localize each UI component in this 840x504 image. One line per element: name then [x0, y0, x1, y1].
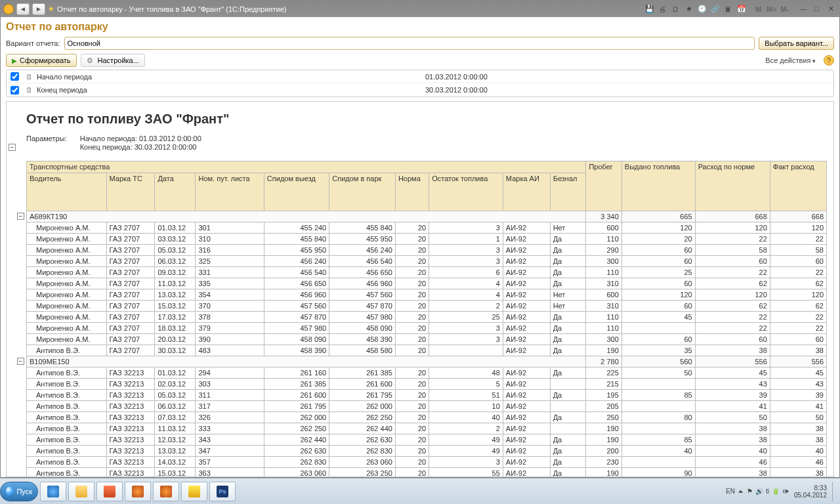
col-vehicle-make: Марка ТС: [106, 173, 155, 211]
table-row[interactable]: Мироненко А.М.ГАЗ 270711.03.12335456 650…: [27, 278, 827, 289]
choose-variant-button[interactable]: Выбрать вариант...: [759, 37, 834, 50]
col-issued: Выдано топлива: [621, 161, 695, 211]
report-viewport[interactable]: − Отчет по топливу ЗАО "Франт" Параметры…: [7, 102, 833, 476]
favorite-star-icon[interactable]: ★: [48, 5, 54, 13]
tray-battery-icon[interactable]: 🔋: [772, 488, 780, 495]
table-row[interactable]: Мироненко А.М.ГАЗ 270706.03.12325456 240…: [27, 256, 827, 267]
tray-sound-icon[interactable]: 🕪: [782, 488, 789, 495]
app-1c-icon: [3, 4, 14, 14]
show-desktop-button[interactable]: [832, 482, 837, 501]
preview-icon[interactable]: 🗋: [670, 5, 682, 14]
table-row[interactable]: Мироненко А.М.ГАЗ 270718.03.12379457 980…: [27, 323, 827, 334]
col-fuel-rest: Остаток топлива: [429, 173, 503, 211]
windows-taskbar: Пуск Ps EN ⏶ ⚑ 🔊 ti 🔋 🕪 8:33 05.04.2012: [0, 478, 840, 504]
minimize-button[interactable]: —: [797, 4, 809, 13]
table-row[interactable]: Антипов В.Э.ГАЗ 3221301.03.12294261 1602…: [27, 368, 827, 379]
table-row[interactable]: Антипов В.Э.ГАЗ 3221314.03.12357262 8302…: [27, 457, 827, 468]
group-row[interactable]: В109МЕ1502 780560556556: [27, 356, 827, 368]
history-icon[interactable]: 🕘: [696, 5, 708, 14]
mem-mminus-button[interactable]: M-: [779, 5, 791, 14]
table-row[interactable]: Антипов В.Э.ГАЗ 3221306.03.12317261 7952…: [27, 401, 827, 412]
col-date: Дата: [155, 173, 196, 211]
period-start-check[interactable]: [10, 72, 19, 81]
group-toggle[interactable]: −: [17, 358, 24, 365]
calendar-icon[interactable]: 📅: [736, 5, 747, 14]
table-row[interactable]: Мироненко А.М.ГАЗ 270717.03.12378457 870…: [27, 312, 827, 323]
table-row[interactable]: Мироненко А.М.ГАЗ 270709.03.12331456 540…: [27, 267, 827, 278]
col-mileage: Пробег: [586, 161, 621, 211]
table-row[interactable]: Мироненко А.М.ГАЗ 270705.03.12316455 950…: [27, 245, 827, 256]
period-start-label: Начало периода: [35, 73, 423, 81]
mem-mplus-button[interactable]: M+: [766, 5, 778, 14]
period-start-value[interactable]: 01.03.2012 0:00:00: [423, 73, 833, 81]
table-row[interactable]: Антипов В.Э.ГАЗ 270730.03.12483458 39045…: [27, 345, 827, 356]
table-row[interactable]: Мироненко А.М.ГАЗ 270720.03.12390458 090…: [27, 334, 827, 345]
task-app2[interactable]: [181, 482, 207, 501]
restore-button[interactable]: □: [811, 4, 823, 13]
favorites-icon[interactable]: ★: [683, 5, 695, 14]
table-row[interactable]: Антипов В.Э.ГАЗ 3221312.03.12343262 4402…: [27, 434, 827, 446]
group-toggle[interactable]: −: [17, 213, 24, 220]
report-params-values: Начало периода: 01.03.2012 0:00:00 Конец…: [80, 135, 201, 152]
period-end-check[interactable]: [10, 86, 19, 94]
variant-label: Вариант отчета:: [6, 39, 60, 47]
windows-orb-icon: [6, 486, 14, 497]
col-driver: Водитель: [27, 173, 107, 211]
window-titlebar: ◄ ► ★ Отчет по автопарку - Учет топлива …: [1, 1, 839, 17]
task-photoshop[interactable]: Ps: [209, 482, 236, 501]
nav-forward-button[interactable]: ►: [32, 3, 45, 15]
table-row[interactable]: Антипов В.Э.ГАЗ 3221307.03.12326262 0002…: [27, 412, 827, 423]
task-ie[interactable]: [40, 482, 66, 501]
col-odo-out: Спидом выезд: [264, 173, 329, 211]
print-icon[interactable]: 🖨: [657, 5, 669, 14]
table-row[interactable]: Мироненко А.М.ГАЗ 270703.03.12310455 840…: [27, 234, 827, 245]
links-icon[interactable]: 🔗: [709, 5, 721, 14]
calendar-icon: 🗓: [22, 86, 35, 94]
close-button[interactable]: ✕: [825, 5, 837, 14]
help-icon[interactable]: ?: [824, 55, 834, 66]
mem-m-button[interactable]: M: [753, 5, 765, 14]
table-row[interactable]: Антипов В.Э.ГАЗ 3221313.03.12347262 6302…: [27, 446, 827, 457]
col-actual-cons: Факт расход: [770, 161, 826, 211]
calculator-icon[interactable]: 🖩: [723, 5, 734, 14]
table-row[interactable]: Антипов В.Э.ГАЗ 3221302.03.12303261 3852…: [27, 379, 827, 390]
col-group-header: Транспортные средства: [27, 161, 586, 173]
lang-indicator[interactable]: EN: [726, 488, 735, 495]
taskbar-clock[interactable]: 8:33 05.04.2012: [791, 484, 830, 499]
report-title: Отчет по топливу ЗАО "Франт": [26, 112, 827, 127]
start-button[interactable]: Пуск: [0, 482, 38, 501]
tray-expand-icon[interactable]: ⏶: [738, 488, 744, 495]
task-app1[interactable]: [96, 482, 123, 501]
tray-network-icon[interactable]: 🔊: [755, 488, 763, 495]
tray-notify-icon[interactable]: ti: [766, 488, 769, 495]
period-end-label: Конец периода: [35, 86, 423, 94]
save-icon[interactable]: 💾: [644, 5, 656, 14]
group-row[interactable]: А689КТ1903 340665668668: [27, 211, 827, 222]
col-norm-cons: Расход по норме: [695, 161, 770, 211]
nav-back-button[interactable]: ◄: [16, 3, 30, 15]
run-report-button[interactable]: Сформировать: [6, 54, 77, 67]
table-row[interactable]: Мироненко А.М.ГАЗ 270701.03.12301455 240…: [27, 222, 827, 234]
table-row[interactable]: Антипов В.Э.ГАЗ 3221315.03.12363263 0602…: [27, 468, 827, 477]
tray-flag-icon[interactable]: ⚑: [747, 488, 753, 495]
outline-collapse-all[interactable]: −: [9, 144, 16, 151]
all-actions-menu[interactable]: Все действия: [765, 56, 816, 64]
task-firefox2[interactable]: [153, 482, 179, 501]
col-fuel-grade: Марка АИ: [503, 173, 550, 211]
period-end-value[interactable]: 30.03.2012 0:00:00: [423, 86, 833, 94]
calendar-icon: 🗓: [22, 73, 35, 81]
table-row[interactable]: Мироненко А.М.ГАЗ 270715.03.12370457 560…: [27, 301, 827, 312]
task-explorer[interactable]: [68, 482, 94, 501]
variant-input[interactable]: [64, 37, 755, 50]
col-waybill-no: Ном. пут. листа: [196, 173, 264, 211]
table-row[interactable]: Антипов В.Э.ГАЗ 3221305.03.12311261 6002…: [27, 390, 827, 401]
col-odo-in: Спидом в парк: [329, 173, 396, 211]
table-row[interactable]: Мироненко А.М.ГАЗ 270713.03.12354456 960…: [27, 289, 827, 301]
task-firefox1[interactable]: [125, 482, 151, 501]
report-params-label: Параметры:: [26, 135, 67, 152]
report-table: Транспортные средства Пробег Выдано топл…: [26, 161, 827, 476]
settings-button[interactable]: ⚙Настройка...: [81, 54, 145, 67]
col-norm: Норма: [395, 173, 429, 211]
table-row[interactable]: Антипов В.Э.ГАЗ 3221311.03.12333262 2502…: [27, 423, 827, 434]
col-cashless: Безнал: [550, 173, 586, 211]
